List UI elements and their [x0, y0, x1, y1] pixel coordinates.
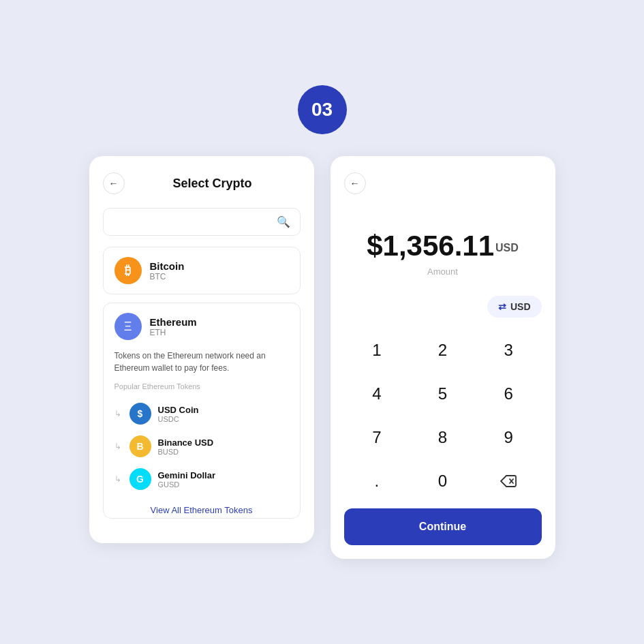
key-6[interactable]: 6 [476, 372, 542, 416]
busd-icon: B [129, 435, 151, 457]
select-crypto-panel: ← Select Crypto 🔍 ₿ Bitcoin BTC Ξ Ethere… [89, 156, 314, 543]
gusd-icon: G [129, 468, 151, 490]
key-2[interactable]: 2 [410, 328, 476, 372]
ethereum-info: Ethereum ETH [150, 316, 197, 337]
usd-badge-label: USD [510, 301, 531, 312]
busd-arrow-icon: ↳ [114, 442, 121, 451]
amount-panel: ← $1,356.11USD Amount ⇄ USD 1 2 3 4 5 6 … [331, 156, 555, 559]
bitcoin-info: Bitcoin BTC [150, 260, 185, 281]
key-backspace[interactable] [476, 459, 542, 503]
ethereum-note: Tokens on the Ethereum network need an E… [104, 350, 300, 382]
key-5[interactable]: 5 [410, 372, 476, 416]
bitcoin-icon: ₿ [114, 257, 142, 284]
bitcoin-symbol: BTC [150, 272, 185, 281]
usdc-info: USD Coin USDC [158, 405, 199, 423]
ethereum-name: Ethereum [150, 316, 197, 328]
step-badge: 03 [298, 85, 347, 134]
busd-token[interactable]: ↳ B Binance USD BUSD [104, 430, 300, 463]
key-dot[interactable]: . [344, 459, 410, 503]
bitcoin-item[interactable]: ₿ Bitcoin BTC [103, 247, 301, 294]
search-input[interactable] [113, 217, 277, 228]
view-all-ethereum-link[interactable]: View All Ethereum Tokens [104, 495, 300, 518]
amount-label: Amount [344, 266, 542, 277]
gusd-info: Gemini Dollar GUSD [158, 470, 216, 489]
left-panel-header: ← Select Crypto [103, 172, 301, 194]
usdc-token[interactable]: ↳ $ USD Coin USDC [104, 397, 300, 430]
busd-name: Binance USD [158, 438, 214, 448]
usdc-icon: $ [129, 403, 151, 425]
right-panel-header: ← [344, 172, 542, 194]
key-0[interactable]: 0 [410, 459, 476, 503]
ethereum-expanded: Ξ Ethereum ETH Tokens on the Ethereum ne… [103, 303, 301, 519]
busd-info: Binance USD BUSD [158, 438, 214, 456]
key-3[interactable]: 3 [476, 328, 542, 372]
ethereum-icon: Ξ [114, 313, 142, 340]
bitcoin-name: Bitcoin [150, 260, 185, 272]
key-9[interactable]: 9 [476, 416, 542, 459]
currency-toggle-area: ⇄ USD [344, 296, 542, 318]
gusd-token[interactable]: ↳ G Gemini Dollar GUSD [104, 463, 300, 495]
gusd-symbol: GUSD [158, 480, 216, 489]
left-back-icon: ← [109, 178, 119, 189]
gusd-name: Gemini Dollar [158, 470, 216, 480]
continue-button[interactable]: Continue [344, 508, 542, 545]
usdc-symbol: USDC [158, 415, 199, 423]
busd-symbol: BUSD [158, 448, 214, 456]
key-4[interactable]: 4 [344, 372, 410, 416]
amount-section: $1,356.11USD Amount [344, 208, 542, 288]
search-icon: 🔍 [277, 215, 290, 228]
step-number: 03 [311, 99, 333, 121]
amount-value: $1,356.11 [367, 230, 494, 262]
right-back-icon: ← [350, 178, 360, 189]
usdc-name: USD Coin [158, 405, 199, 415]
amount-display: $1,356.11USD [344, 230, 542, 262]
search-box: 🔍 [103, 208, 301, 236]
select-crypto-title: Select Crypto [125, 177, 301, 191]
usd-toggle-button[interactable]: ⇄ USD [487, 296, 542, 318]
panels-row: ← Select Crypto 🔍 ₿ Bitcoin BTC Ξ Ethere… [89, 156, 555, 559]
ethereum-header[interactable]: Ξ Ethereum ETH [104, 303, 300, 350]
numpad: 1 2 3 4 5 6 7 8 9 . 0 [344, 328, 542, 503]
left-back-button[interactable]: ← [103, 172, 125, 194]
ethereum-symbol: ETH [150, 328, 197, 337]
right-back-button[interactable]: ← [344, 172, 366, 194]
swap-icon: ⇄ [498, 301, 506, 312]
key-1[interactable]: 1 [344, 328, 410, 372]
amount-currency-label: USD [495, 242, 519, 254]
key-8[interactable]: 8 [410, 416, 476, 459]
popular-tokens-label: Popular Ethereum Tokens [104, 382, 300, 397]
gusd-arrow-icon: ↳ [114, 474, 121, 484]
usdc-arrow-icon: ↳ [114, 409, 121, 418]
key-7[interactable]: 7 [344, 416, 410, 459]
